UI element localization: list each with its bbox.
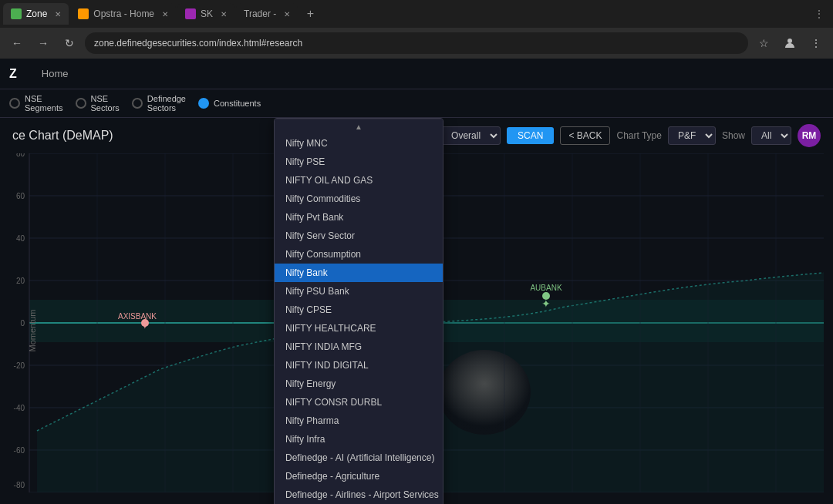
radio-label-nse-sec-2: Sectors (91, 103, 120, 113)
radio-label-nse-seg-1: NSE (25, 94, 63, 103)
dropdown-item-nifty-bank[interactable]: Nifty Bank (275, 264, 443, 282)
dropdown-item-nifty-healthcare[interactable]: NIFTY HEALTHCARE (275, 319, 443, 338)
tab-favicon-zone (11, 8, 22, 19)
tab-label-zone: Zone (26, 8, 47, 19)
dropdown-item-nifty-energy[interactable]: Nifty Energy (275, 375, 443, 393)
dropdown-list: Nifty MNC Nifty PSE NIFTY OIL AND GAS Ni… (275, 134, 443, 504)
reload-button[interactable]: ↻ (59, 32, 80, 54)
dropdown-item-nifty-cpse[interactable]: Nifty CPSE (275, 301, 443, 319)
dropdown-item-nifty-mnc[interactable]: Nifty MNC (275, 134, 443, 153)
address-bar-row: ← → ↻ ☆ ⋮ (0, 28, 833, 59)
radio-nse-sectors[interactable]: NSE Sectors (76, 94, 120, 113)
back-nav-button[interactable]: ← (6, 32, 28, 54)
tab-close-trader[interactable]: ✕ (284, 10, 290, 18)
dropdown-overlay: ▲ Nifty MNC Nifty PSE NIFTY OIL AND GAS … (0, 118, 833, 504)
dropdown-item-def-agriculture[interactable]: Definedge - Agriculture (275, 467, 443, 486)
tab-label-sk: SK (201, 8, 213, 19)
home-link[interactable]: Home (42, 68, 69, 79)
dropdown-item-nifty-oil-gas[interactable]: NIFTY OIL AND GAS (275, 171, 443, 190)
tab-close-sk[interactable]: ✕ (221, 10, 227, 18)
dropdown-item-nifty-infra[interactable]: Nifty Infra (275, 430, 443, 449)
forward-nav-button[interactable]: → (32, 32, 54, 54)
dropdown-scroll-up[interactable]: ▲ (275, 119, 443, 134)
tab-favicon-opstra (78, 8, 89, 19)
dropdown-item-nifty-ind-digital[interactable]: NIFTY IND DIGITAL (275, 356, 443, 375)
bookmark-icon[interactable]: ☆ (753, 32, 774, 54)
dropdown-item-nifty-consumption[interactable]: Nifty Consumption (275, 245, 443, 264)
logo: Z (9, 67, 17, 81)
tab-bar: Zone ✕ Opstra - Home ✕ SK ✕ Trader - ✕ +… (0, 0, 833, 28)
radio-label-nse-seg-2: Segments (25, 103, 63, 113)
radio-nse-segments[interactable]: NSE Segments (9, 94, 63, 113)
tab-opstra[interactable]: Opstra - Home ✕ (70, 3, 176, 25)
tab-sk[interactable]: SK ✕ (177, 3, 234, 25)
new-tab-button[interactable]: + (299, 3, 321, 25)
tab-zone[interactable]: Zone ✕ (3, 3, 69, 25)
radio-nav: NSE Segments NSE Sectors Definedge Secto… (0, 89, 833, 118)
tab-label-trader: Trader - (244, 8, 276, 19)
dropdown-item-nifty-serv-sector[interactable]: Nifty Serv Sector (275, 227, 443, 245)
address-input[interactable] (85, 32, 748, 54)
tab-label-opstra: Opstra - Home (93, 8, 154, 19)
dropdown-item-nifty-pharma[interactable]: Nifty Pharma (275, 412, 443, 430)
dropdown-item-nifty-psu-bank[interactable]: Nifty PSU Bank (275, 282, 443, 301)
radio-label-nse-sec-1: NSE (91, 94, 120, 103)
app-content: Z Home NSE Segments NSE Sectors Definedg… (0, 59, 833, 504)
radio-constituents[interactable]: Constituents (198, 98, 261, 109)
radio-definedge-sectors[interactable]: Definedge Sectors (132, 94, 186, 113)
radio-circle-constituents (198, 98, 209, 109)
tab-extra-button: ⋮ (808, 3, 830, 25)
dropdown-item-def-airlines[interactable]: Definedge - Airlines - Airport Services (275, 486, 443, 504)
dropdown-item-nifty-pvt-bank[interactable]: Nifty Pvt Bank (275, 208, 443, 227)
main-content: ce Chart (DeMAP) Duration Overall SCAN <… (0, 118, 833, 504)
browser-chrome: Zone ✕ Opstra - Home ✕ SK ✕ Trader - ✕ +… (0, 0, 833, 59)
radio-label-def-2: Sectors (147, 103, 186, 113)
tab-close-opstra[interactable]: ✕ (162, 10, 168, 18)
extensions-icon[interactable]: ⋮ (805, 32, 827, 54)
top-nav: Z Home (0, 59, 833, 89)
dropdown-menu: ▲ Nifty MNC Nifty PSE NIFTY OIL AND GAS … (274, 118, 443, 504)
radio-label-def-1: Definedge (147, 94, 186, 103)
dropdown-item-def-ai[interactable]: Definedge - AI (Artificial Intelligence) (275, 449, 443, 467)
radio-circle-definedge (132, 98, 143, 109)
radio-label-constituents: Constituents (214, 99, 261, 108)
tab-extra-icon[interactable]: ⋮ (808, 3, 830, 25)
dropdown-item-nifty-commodities[interactable]: Nifty Commodities (275, 190, 443, 208)
tab-favicon-sk (185, 8, 196, 19)
radio-circle-nse-segments (9, 98, 20, 109)
dropdown-item-nifty-india-mfg[interactable]: NIFTY INDIA MFG (275, 338, 443, 356)
radio-circle-nse-sectors (76, 98, 86, 109)
tab-close-zone[interactable]: ✕ (55, 10, 61, 18)
dropdown-item-nifty-consr-durbl[interactable]: NIFTY CONSR DURBL (275, 393, 443, 412)
tab-trader[interactable]: Trader - ✕ (236, 3, 298, 25)
profile-icon[interactable] (779, 32, 801, 54)
dropdown-item-nifty-pse[interactable]: Nifty PSE (275, 153, 443, 171)
svg-point-0 (787, 39, 792, 43)
